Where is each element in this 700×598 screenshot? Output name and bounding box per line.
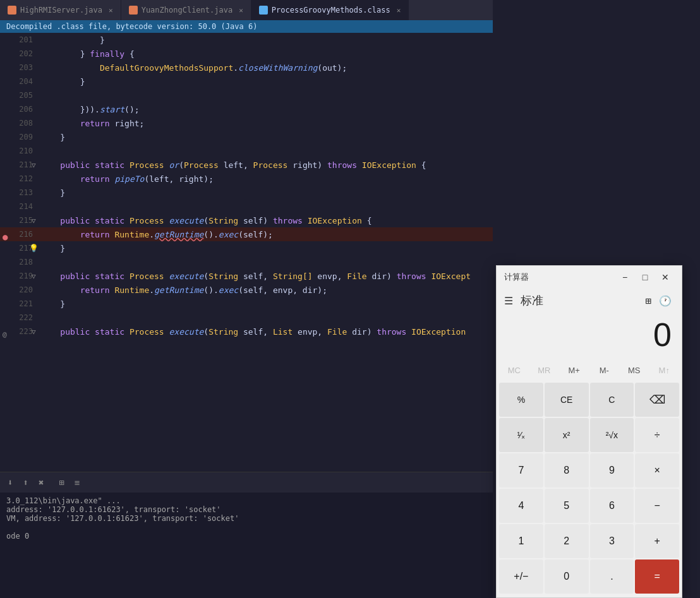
marker-arrow-223: ▽ [32, 328, 36, 336]
calc-4-button[interactable]: 4 [499, 489, 543, 523]
breakpoint-marker-216: ● [3, 232, 8, 242]
calc-mplus-button[interactable]: M+ [559, 360, 589, 380]
line-204-content: } [38, 77, 493, 87]
calc-history-icon[interactable]: 🕐 [656, 292, 674, 309]
tab-highrmi-close[interactable]: ✕ [109, 6, 113, 15]
calc-7-button[interactable]: 7 [499, 453, 543, 487]
calc-negate-button[interactable]: +/− [499, 559, 543, 594]
calc-maximize-button[interactable]: □ [636, 270, 654, 284]
calc-reciprocal-button[interactable]: ¹⁄ₓ [499, 418, 543, 452]
code-line-204: 204 } [0, 75, 493, 88]
marker-arrow-211: ▽ [32, 161, 36, 169]
code-line-218: 218 [0, 255, 493, 269]
code-line-214: 214 [0, 200, 493, 213]
decompile-info-bar: Decompiled .class file, bytecode version… [0, 20, 493, 33]
gutter-212: 212 [0, 174, 38, 183]
calc-mc-button[interactable]: MC [499, 360, 529, 380]
calc-sqrt-button[interactable]: ²√x [590, 418, 634, 452]
calc-c-button[interactable]: C [590, 383, 634, 417]
calc-alt-mode-icon[interactable]: ⊞ [645, 295, 651, 307]
code-line-205: 205 [0, 88, 493, 102]
line-222-content [38, 313, 493, 323]
gutter-209: 209 [0, 133, 38, 141]
gutter-206: 206 [0, 105, 38, 114]
calc-divide-button[interactable]: ÷ [635, 418, 679, 452]
calc-9-button[interactable]: 9 [590, 453, 634, 487]
class-icon [259, 6, 268, 15]
calc-square-button[interactable]: x² [545, 418, 589, 452]
code-line-208: 208 return right; [0, 116, 493, 130]
gutter-204: 204 [0, 77, 38, 86]
calc-multiply-button[interactable]: × [635, 453, 679, 487]
gutter-203: 203 [0, 63, 38, 72]
download-icon[interactable]: ⬇ [5, 476, 15, 489]
stop-icon[interactable]: ✖ [36, 476, 46, 489]
code-line-201: 201 } [0, 33, 493, 47]
calc-percent-button[interactable]: % [499, 383, 543, 417]
line-218-content [38, 258, 493, 267]
calc-window-buttons: − □ ✕ [616, 270, 674, 284]
gutter-214: 214 [0, 202, 38, 211]
console-line-1: 3.0_112\bin\java.exe" ... [6, 496, 486, 505]
gutter-211: ▽ 211 [0, 160, 38, 169]
calc-close-button[interactable]: ✕ [656, 270, 674, 284]
console-line-5: ode 0 [6, 532, 486, 541]
calc-mr-button[interactable]: MR [529, 360, 560, 380]
calc-titlebar: 计算器 − □ ✕ [497, 266, 682, 289]
bulb-marker-217: 💡 [29, 244, 39, 253]
line-223-content: public static Process execute(String sel… [38, 327, 493, 337]
calc-ce-button[interactable]: CE [545, 383, 589, 417]
calc-mode-label: 标准 [521, 293, 640, 308]
calc-backspace-button[interactable]: ⌫ [635, 383, 679, 417]
tab-yuanzhong[interactable]: YuanZhongClient.java ✕ [121, 0, 251, 20]
calc-6-button[interactable]: 6 [590, 489, 634, 523]
grid-icon[interactable]: ⊞ [56, 476, 66, 489]
line-217-content: } [38, 244, 493, 253]
calc-2-button[interactable]: 2 [545, 524, 589, 558]
gutter-201: 201 [0, 35, 38, 44]
tab-processgroovy-close[interactable]: ✕ [397, 6, 401, 15]
line-214-content [38, 202, 493, 212]
calc-3-button[interactable]: 3 [590, 524, 634, 558]
line-212-content: return pipeTo(left, right); [38, 174, 493, 184]
gutter-217: 💡 217 [0, 244, 38, 253]
calc-ms-button[interactable]: MS [619, 360, 649, 380]
calc-hamburger-icon[interactable]: ☰ [502, 292, 516, 309]
console-output: 3.0_112\bin\java.exe" ... address: '127.… [0, 493, 493, 598]
gutter-213: 213 [0, 188, 38, 197]
tab-yuanzhong-close[interactable]: ✕ [239, 6, 243, 15]
upload-icon[interactable]: ⬆ [20, 476, 30, 489]
console-line-4 [6, 523, 486, 532]
code-lines-container: 201 } 202 } finally { 203 DefaultGr [0, 33, 493, 472]
lines-icon[interactable]: ≡ [72, 476, 82, 489]
line-202-content: } finally { [38, 49, 493, 59]
tab-processgroovy[interactable]: ProcessGroovyMethods.class ✕ [251, 0, 409, 20]
calc-add-button[interactable]: + [635, 524, 679, 558]
gutter-222: 222 [0, 313, 38, 322]
gutter-223: @ ▽ 223 [0, 327, 38, 336]
tab-highrmi-label: HighRMIServer.java [20, 6, 102, 15]
calc-mup-button[interactable]: M↑ [649, 360, 680, 380]
code-line-222: 222 [0, 311, 493, 325]
calc-1-button[interactable]: 1 [499, 524, 543, 558]
tab-highrmi[interactable]: HighRMIServer.java ✕ [0, 0, 121, 20]
calc-decimal-button[interactable]: . [590, 559, 634, 594]
code-editor[interactable]: 201 } 202 } finally { 203 DefaultGr [0, 33, 493, 472]
console-line-3: VM, address: '127.0.0.1:61623', transpor… [6, 514, 486, 523]
marker-at-223: @ [3, 330, 7, 338]
line-219-content: public static Process execute(String sel… [38, 272, 493, 281]
code-line-210: 210 [0, 144, 493, 158]
marker-arrow-219: ▽ [32, 272, 36, 280]
tab-processgroovy-label: ProcessGroovyMethods.class [272, 6, 390, 15]
gutter-210: 210 [0, 147, 38, 155]
calc-mminus-button[interactable]: M- [589, 360, 620, 380]
calc-subtract-button[interactable]: − [635, 489, 679, 523]
calc-memory-row: MC MR M+ M- MS M↑ [497, 359, 682, 381]
calc-5-button[interactable]: 5 [545, 489, 589, 523]
line-205-content [38, 91, 493, 100]
ide-container: HighRMIServer.java ✕ YuanZhongClient.jav… [0, 0, 493, 598]
calc-equals-button[interactable]: = [635, 559, 679, 594]
calc-0-button[interactable]: 0 [545, 559, 589, 594]
calc-8-button[interactable]: 8 [545, 453, 589, 487]
calc-minimize-button[interactable]: − [616, 270, 634, 284]
